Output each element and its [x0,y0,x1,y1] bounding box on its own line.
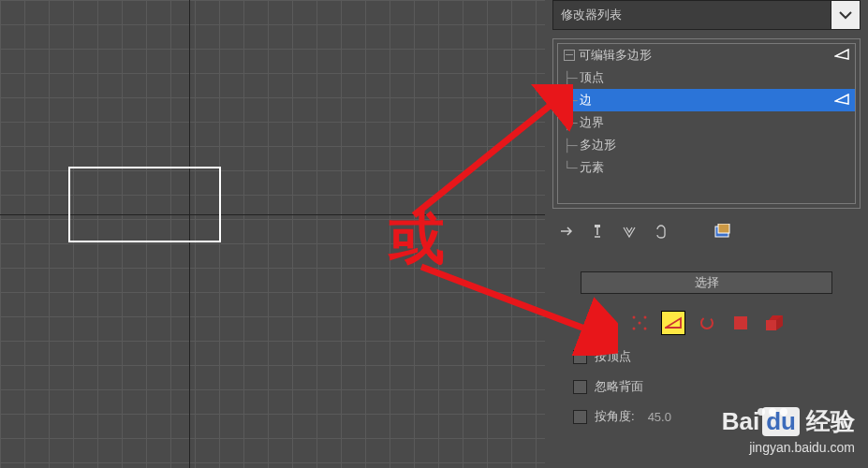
stack-toolbar [556,222,732,241]
modifier-stack-inner: 可编辑多边形 ├─ 顶点 ├─ 边 ├─ 边界 ├─ 多边形 └─ [557,43,856,204]
svg-point-9 [638,322,640,325]
watermark: Baidu经验 jingyan.baidu.com [722,405,855,455]
by-vertex-label: 按顶点 [595,348,631,365]
watermark-brand-a: Bai [722,407,759,436]
ignore-backfacing-checkbox[interactable] [573,380,587,394]
stack-sub-label: 边 [580,92,592,109]
viewport[interactable] [0,0,545,468]
border-icon [699,315,714,330]
stack-sub-label: 元素 [580,159,604,176]
by-vertex-checkbox[interactable] [573,350,587,364]
svg-marker-10 [666,318,681,328]
watermark-brand-c: 经验 [806,405,855,438]
collapse-icon[interactable] [564,50,575,61]
svg-marker-0 [835,50,848,59]
by-angle-checkbox[interactable] [573,410,587,424]
modifier-list-label: 修改器列表 [561,7,622,23]
configure-modifier-button[interactable] [714,222,732,241]
by-angle-value: 45.0 [648,410,671,424]
stack-sub-edge[interactable]: ├─ 边 [558,89,855,111]
by-angle-label: 按角度: [595,408,635,425]
svg-rect-2 [595,225,600,227]
tree-line: ├─ [564,71,577,85]
svg-point-8 [643,328,646,330]
ignore-backfacing-row: 忽略背面 [552,378,861,395]
svg-point-7 [632,328,635,330]
tree-line: ├─ [564,94,577,108]
selection-header[interactable]: 选择 [581,271,832,294]
modify-panel: 修改器列表 可编辑多边形 ├─ 顶点 ├─ 边 ├─ 边界 [545,0,868,468]
stack-sub-polygon[interactable]: ├─ 多边形 [558,134,855,156]
modifier-stack: 可编辑多边形 ├─ 顶点 ├─ 边 ├─ 边界 ├─ 多边形 └─ [552,38,861,209]
edge-marker-icon [834,94,849,105]
stack-root-label: 可编辑多边形 [579,47,652,64]
watermark-brand-b: du [762,407,800,436]
element-mode-button[interactable] [762,311,787,335]
stack-sub-border[interactable]: ├─ 边界 [558,111,855,134]
svg-point-6 [643,316,646,319]
edge-icon [665,316,682,329]
edge-marker-icon [834,49,849,60]
subobject-selection-row [552,311,861,335]
watermark-url: jingyan.baidu.com [722,440,855,455]
svg-point-5 [632,316,635,319]
stack-sub-label: 边界 [580,114,604,131]
polygon-icon [734,316,747,329]
modifier-list-dropdown[interactable]: 修改器列表 [552,0,861,30]
svg-rect-12 [766,320,776,330]
make-unique-button[interactable] [620,222,639,241]
pin-stack-button[interactable] [556,222,575,241]
svg-rect-4 [718,224,729,233]
selection-header-label: 选择 [695,274,719,291]
tree-line: └─ [564,161,577,175]
stack-sub-vertex[interactable]: ├─ 顶点 [558,66,855,89]
modifier-list-chevron[interactable] [831,0,861,30]
polygon-mode-button[interactable] [728,311,753,335]
selected-object-outline[interactable] [68,167,221,242]
stack-sub-label: 多边形 [580,137,616,154]
by-vertex-row: 按顶点 [552,348,861,365]
show-end-result-button[interactable] [588,222,607,241]
vertex-icon [632,315,647,330]
stack-sub-label: 顶点 [580,69,604,86]
ignore-backfacing-label: 忽略背面 [595,378,643,395]
stack-root[interactable]: 可编辑多边形 [558,44,855,66]
svg-marker-1 [835,95,848,104]
remove-modifier-button[interactable] [652,222,670,241]
border-mode-button[interactable] [695,311,719,335]
vertex-mode-button[interactable] [627,311,652,335]
selection-rollout: 选择 按顶点 忽略背面 [552,271,861,425]
tree-line: ├─ [564,116,577,130]
chevron-down-icon [839,10,852,20]
element-icon [765,314,784,331]
stack-sub-element[interactable]: └─ 元素 [558,156,855,179]
svg-point-11 [701,317,713,329]
edge-mode-button[interactable] [661,311,685,335]
tree-line: ├─ [564,139,577,153]
annotation-or-text: 或 [389,201,445,277]
